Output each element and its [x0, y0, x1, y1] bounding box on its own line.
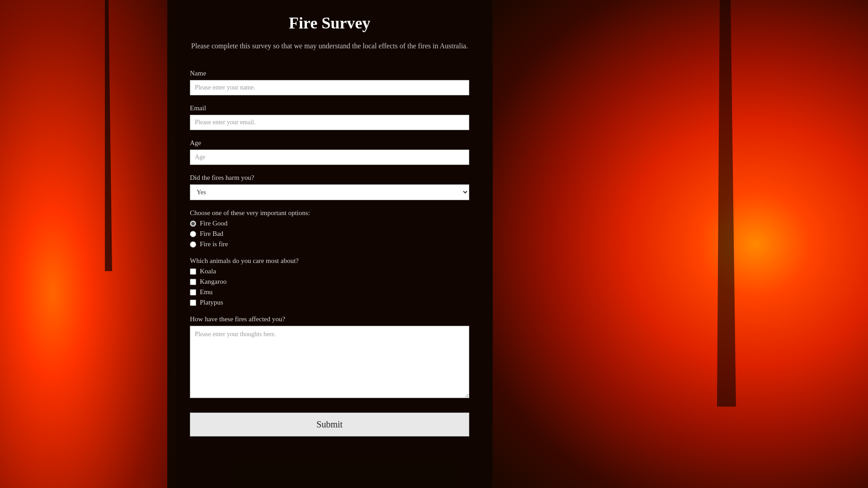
- submit-button[interactable]: Submit: [190, 413, 469, 436]
- checkbox-platypus[interactable]: [190, 300, 196, 306]
- radio-fire-good[interactable]: [190, 221, 196, 227]
- checkbox-item-emu: Emu: [190, 288, 469, 296]
- age-label: Age: [190, 139, 469, 147]
- harm-select[interactable]: Yes No: [190, 184, 469, 200]
- checkbox-koala-label: Koala: [200, 267, 216, 275]
- radio-fire-is-fire-label: Fire is fire: [200, 240, 228, 248]
- radio-item-fire-good: Fire Good: [190, 220, 469, 227]
- checkbox-item-koala: Koala: [190, 267, 469, 275]
- radio-fire-is-fire[interactable]: [190, 241, 196, 248]
- radio-item-fire-bad: Fire Bad: [190, 230, 469, 238]
- name-label: Name: [190, 70, 469, 77]
- harm-label: Did the fires harm you?: [190, 174, 469, 182]
- email-label: Email: [190, 104, 469, 112]
- thoughts-label: How have these fires affected you?: [190, 315, 469, 323]
- radio-fire-bad[interactable]: [190, 231, 196, 237]
- radio-fire-good-label: Fire Good: [200, 220, 227, 227]
- bg-left-fire: [0, 0, 176, 488]
- email-field-group: Email: [190, 104, 469, 130]
- checkbox-item-platypus: Platypus: [190, 299, 469, 306]
- checkbox-emu-label: Emu: [200, 288, 212, 296]
- form-panel: Fire Survey Please complete this survey …: [167, 0, 492, 488]
- thoughts-textarea[interactable]: [190, 326, 469, 398]
- checkbox-platypus-label: Platypus: [200, 299, 223, 306]
- age-input[interactable]: [190, 150, 469, 165]
- radio-fire-bad-label: Fire Bad: [200, 230, 223, 238]
- age-field-group: Age: [190, 139, 469, 165]
- animals-label: Which animals do you care most about?: [190, 257, 469, 265]
- checkbox-kangaroo[interactable]: [190, 279, 196, 285]
- email-input[interactable]: [190, 115, 469, 130]
- name-field-group: Name: [190, 70, 469, 95]
- harm-field-group: Did the fires harm you? Yes No: [190, 174, 469, 200]
- checkbox-item-kangaroo: Kangaroo: [190, 278, 469, 286]
- animals-field-group: Which animals do you care most about? Ko…: [190, 257, 469, 306]
- radio-group: Fire Good Fire Bad Fire is fire: [190, 220, 469, 248]
- thoughts-field-group: How have these fires affected you?: [190, 315, 469, 400]
- radio-item-fire-is-fire: Fire is fire: [190, 240, 469, 248]
- checkbox-kangaroo-label: Kangaroo: [200, 278, 226, 286]
- name-input[interactable]: [190, 80, 469, 95]
- page-title: Fire Survey: [190, 14, 469, 33]
- checkbox-koala[interactable]: [190, 268, 196, 275]
- page-subtitle: Please complete this survey so that we m…: [190, 41, 469, 52]
- bg-right-fire: [493, 0, 868, 488]
- checkbox-emu[interactable]: [190, 289, 196, 296]
- checkbox-group: Koala Kangaroo Emu Platypus: [190, 267, 469, 306]
- radio-options-label: Choose one of these very important optio…: [190, 209, 469, 217]
- radio-field-group: Choose one of these very important optio…: [190, 209, 469, 248]
